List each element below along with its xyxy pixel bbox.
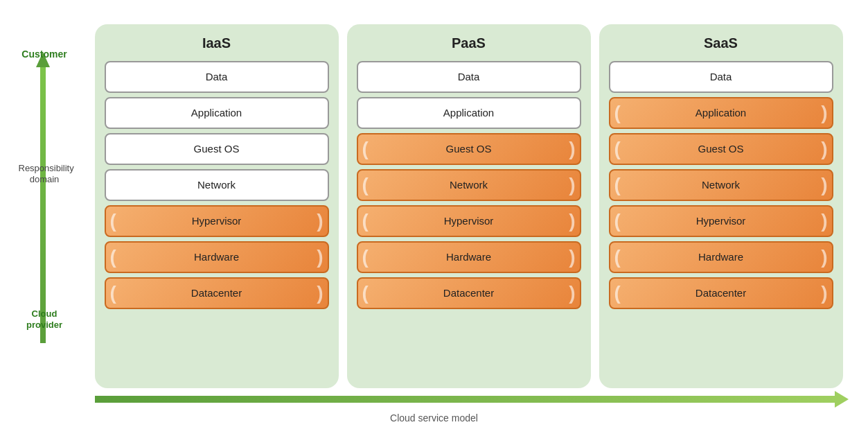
layer-saas-hypervisor: Hypervisor [609,205,833,237]
layer-paas-application: Application [357,97,581,129]
col-title-iaas: IaaS [202,35,231,51]
y-label-customer: Customer [19,49,71,60]
layer-iaas-hardware: Hardware [105,241,329,273]
layer-iaas-datacenter: Datacenter [105,277,329,309]
main-content: IaaSDataApplicationGuest OSNetworkHyperv… [95,24,843,388]
layer-iaas-data: Data [105,61,329,93]
x-axis [95,392,836,407]
layer-paas-network: Network [357,169,581,201]
y-label-responsibility: Responsibility domain [19,163,71,186]
layers-paas: DataApplicationGuest OSNetworkHypervisor… [357,61,581,309]
x-axis-label: Cloud service model [19,412,850,424]
layers-saas: DataApplicationGuest OSNetworkHypervisor… [609,61,833,309]
layer-saas-data: Data [609,61,833,93]
layer-saas-network: Network [609,169,833,201]
y-label-cloud-provider: Cloud provider [19,308,71,332]
layer-saas-guest-os: Guest OS [609,133,833,165]
col-title-saas: SaaS [704,35,738,51]
layer-saas-datacenter: Datacenter [609,277,833,309]
layer-paas-hypervisor: Hypervisor [357,205,581,237]
y-axis-arrow [38,52,48,343]
x-axis-line [95,396,836,403]
layer-paas-guest-os: Guest OS [357,133,581,165]
layer-iaas-application: Application [105,97,329,129]
layer-saas-application: Application [609,97,833,129]
layer-iaas-guest-os: Guest OS [105,133,329,165]
layer-iaas-network: Network [105,169,329,201]
col-title-paas: PaaS [452,35,486,51]
col-paas: PaaSDataApplicationGuest OSNetworkHyperv… [347,24,591,388]
layer-saas-hardware: Hardware [609,241,833,273]
layer-iaas-hypervisor: Hypervisor [105,205,329,237]
col-saas: SaaSDataApplicationGuest OSNetworkHyperv… [599,24,843,388]
col-iaas: IaaSDataApplicationGuest OSNetworkHyperv… [95,24,339,388]
diagram-wrapper: Customer Responsibility domain Cloud pro… [19,10,850,426]
layer-paas-hardware: Hardware [357,241,581,273]
layer-paas-datacenter: Datacenter [357,277,581,309]
layers-iaas: DataApplicationGuest OSNetworkHypervisor… [105,61,329,309]
layer-paas-data: Data [357,61,581,93]
